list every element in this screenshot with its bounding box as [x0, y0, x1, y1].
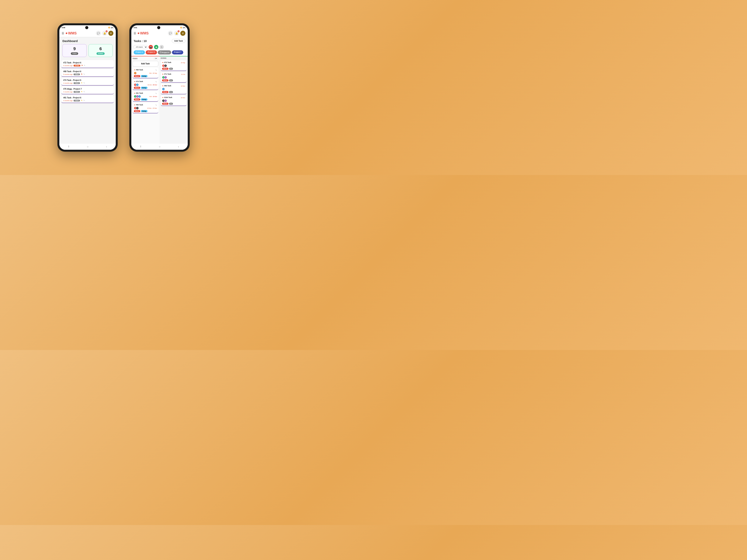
back-icon-2[interactable]: ‹	[178, 145, 179, 148]
flag-d104: ⚑	[162, 97, 163, 99]
project-tab-5[interactable]: Project 5	[146, 50, 157, 54]
edit-icon-81[interactable]: ✎	[83, 100, 85, 102]
bell-icon-btn-2[interactable]: 🔔 18	[174, 31, 179, 36]
logo-1: WMS	[66, 31, 77, 35]
kanban-task-74[interactable]: ⚑ #74 Task ✎ R S 03 Oct - 05 Oct Block	[132, 79, 158, 90]
chevron-down-icon: ▾	[156, 58, 157, 59]
project-tab-4[interactable]: Project 4	[134, 50, 145, 54]
logo-text-2: WMS	[140, 31, 149, 35]
project-tab-6[interactable]: ⓘ Project 6	[158, 50, 171, 54]
edit-68[interactable]: ✎	[155, 69, 157, 71]
recent-apps-icon[interactable]: ⦀	[68, 145, 69, 148]
kanban-doing-task-104[interactable]: ⚑ #104 Task 30 Dec K P Block In	[161, 95, 186, 106]
in-btn-d72[interactable]: In	[169, 68, 173, 70]
user-avatar-2[interactable]: U	[180, 31, 185, 36]
block-btn-d71[interactable]: Block	[162, 79, 169, 81]
task-item-74[interactable]: #74 Task - Project 6 4 months ago TODO ⚑…	[61, 78, 114, 85]
edit-74[interactable]: ✎	[155, 81, 157, 83]
refresh-icon: ↻	[161, 46, 162, 48]
logo-text-1: WMS	[68, 31, 77, 35]
filter-btn-red[interactable]: 📷	[149, 45, 153, 49]
task-item-81[interactable]: #81 Task - Project 6 4 months ago TODO ⚑…	[61, 95, 114, 103]
edit-99[interactable]: ✎	[155, 104, 157, 106]
status-icons-2: 📶 10%	[180, 27, 185, 28]
user-filter-select[interactable]: All Users	[134, 45, 148, 49]
add-task-kanban[interactable]: Add Task	[132, 61, 158, 66]
in-btn-d71[interactable]: In	[169, 79, 173, 81]
chat-icon: 💬	[97, 32, 100, 35]
doing-btn-68[interactable]: Doing	[141, 75, 148, 77]
task-d71-date: 01 Oct	[181, 74, 185, 75]
doing-btn-81[interactable]: Doing	[141, 98, 148, 101]
doing-btn-99[interactable]: Doing	[141, 110, 148, 112]
logo-2: WMS	[138, 31, 149, 35]
project-tabs: Project 4 Project 5 ⓘ Project 6 Project …	[131, 50, 188, 56]
kanban-task-68[interactable]: ⚑ #68 Task ✎ K N/A - 30 Sep Block Doing	[132, 68, 158, 78]
status-81: TODO	[74, 100, 80, 102]
task-74-header: ⚑ #74 Task ✎	[134, 80, 157, 83]
doing-btn-74[interactable]: Doing	[141, 87, 148, 89]
task-81-btns: Block Doing	[134, 98, 157, 101]
hamburger-menu-1[interactable]: ☰	[62, 32, 64, 35]
kanban-task-99[interactable]: ⚑ #99 Task ✎ B K 16 Nov - 20 Nov Block	[132, 103, 158, 113]
block-btn-74[interactable]: Block	[134, 87, 140, 89]
flag-icon-75: ⚑	[81, 91, 82, 93]
task-item-75[interactable]: #75 bbgg - Project 7 4 months ago TODO ⚑…	[61, 86, 114, 94]
todo-count: 9	[65, 46, 84, 51]
flag-icon-68: ⚑	[81, 73, 82, 75]
notch-1	[85, 26, 88, 29]
user-avatar-1[interactable]: U	[108, 31, 113, 36]
time-ago-81: 4 months ago	[63, 100, 73, 102]
home-icon-2[interactable]: ○	[159, 145, 160, 148]
bell-icon-btn[interactable]: 🔔 18	[102, 31, 107, 36]
task-item-68[interactable]: #68 Task - Project 6 5 months ago TODO ⚑…	[61, 69, 114, 77]
block-btn-99[interactable]: Block	[134, 110, 140, 112]
edit-icon-75[interactable]: ✎	[83, 91, 85, 93]
project-tab-7[interactable]: Project 7	[172, 50, 183, 54]
task-title-74: #74 Task - Project 6	[63, 79, 112, 81]
chat-icon-btn-2[interactable]: 💬	[168, 31, 173, 36]
task-item-72[interactable]: #72 Task - Project 6 5 months ago DOING …	[61, 60, 114, 68]
kanban-doing-task-96[interactable]: ⚑ #96 Task 16 Nov S Block In	[161, 84, 186, 94]
grid-icon: ▦	[155, 46, 157, 48]
todo-stat-card: 9 TODO	[62, 44, 86, 57]
task-meta-81: 4 months ago TODO ⚑ ✎	[63, 100, 112, 102]
block-btn-d104[interactable]: Block	[162, 103, 169, 105]
task-d96-avatars: S	[162, 88, 185, 90]
time-ago-74: 4 months ago	[63, 82, 73, 84]
stat-cards: 9 TODO 6 DOING	[59, 44, 116, 59]
block-btn-68[interactable]: Block	[134, 75, 140, 77]
status-72: DOING	[74, 65, 80, 66]
edit-icon-68[interactable]: ✎	[83, 73, 85, 75]
kanban-doing-task-71[interactable]: ⚑ #71 Task 01 Oct G P Block In	[161, 72, 186, 83]
edit-icon-74[interactable]: ✎	[83, 82, 85, 84]
hamburger-menu-2[interactable]: ☰	[134, 32, 136, 35]
add-task-button-top[interactable]: Add Task	[172, 39, 185, 43]
status-bar-2: 5:01 📶 10%	[131, 25, 188, 30]
signal-icon-2: 📶	[180, 27, 182, 28]
in-btn-d104[interactable]: In	[169, 103, 173, 105]
recent-apps-icon-2[interactable]: ⦀	[140, 145, 141, 148]
block-btn-d96[interactable]: Block	[162, 91, 169, 93]
block-btn-d72[interactable]: Block	[162, 68, 169, 70]
status-bar-1: 5:00 📶 10%	[59, 25, 116, 30]
task-74-avatars: R S	[134, 83, 138, 86]
filter-btn-green[interactable]: ▦	[154, 45, 158, 49]
task-81-date-row: G P S N/A - 15 Oct	[134, 95, 157, 98]
block-btn-81[interactable]: Block	[134, 98, 140, 101]
home-icon[interactable]: ○	[87, 145, 88, 148]
kanban-doing-task-72[interactable]: ⚑ #72 Task 29 Sep B K Block In	[161, 60, 186, 71]
filter-btn-refresh[interactable]: ↻	[159, 45, 164, 49]
task-d96-date: 16 Nov	[181, 85, 185, 87]
bell-badge-2: 18	[178, 30, 180, 32]
doing-count: 6	[91, 46, 110, 51]
task-d72-btns: Block In	[162, 68, 185, 70]
in-btn-d96[interactable]: In	[169, 91, 173, 93]
edit-icon-72[interactable]: ✎	[84, 64, 85, 66]
chat-icon-btn[interactable]: 💬	[96, 31, 101, 36]
back-icon[interactable]: ‹	[106, 145, 107, 148]
task-81-date: N/A - 15 Oct	[149, 96, 157, 97]
edit-81[interactable]: ✎	[155, 92, 157, 95]
kanban-task-81[interactable]: ⚑ #81 Task ✎ G P S N/A - 15 Oct	[132, 91, 158, 102]
task-99-avatars: B K	[134, 107, 138, 109]
